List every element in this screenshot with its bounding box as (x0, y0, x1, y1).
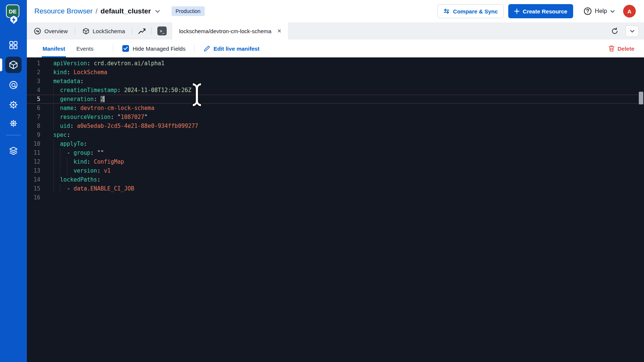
line-number: 14 (29, 175, 40, 184)
tab-lockschema[interactable]: LockSchema (75, 22, 132, 40)
cube-icon (82, 28, 89, 35)
code-line[interactable]: 11 - group: "" (27, 148, 644, 157)
code-line[interactable]: 8 uid: a0e5edab-2cd5-4e21-88e0-934ffb099… (27, 122, 644, 130)
environment-badge: Production (172, 6, 205, 16)
tab-overview[interactable]: Overview (27, 22, 75, 40)
line-number: 11 (29, 148, 40, 157)
tab-manifest[interactable]: Manifest (42, 40, 66, 57)
create-resource-label: Create Resource (523, 8, 567, 15)
pencil-icon (204, 45, 210, 52)
toolbar-divider (194, 44, 195, 53)
active-tab-label: lockschema/devtron-cm-lock-schema (179, 28, 271, 34)
line-number: 13 (29, 166, 40, 175)
editor-scrollbar-thumb[interactable] (639, 92, 643, 104)
code-line[interactable]: 16 (27, 193, 644, 202)
code-line[interactable]: 12 kind: ConfigMap (27, 157, 644, 166)
help-menu[interactable]: Help (584, 7, 615, 15)
line-number: 7 (29, 113, 40, 122)
helm-wheel-icon[interactable] (9, 100, 18, 110)
chevron-down-icon (630, 29, 635, 33)
devtron-bolt-icon (9, 15, 19, 25)
toolbar-divider (113, 44, 113, 53)
edit-live-manifest-label: Edit live manifest (213, 45, 259, 52)
code-line[interactable]: 9spec: (27, 130, 644, 139)
close-icon[interactable]: × (277, 28, 282, 34)
help-circle-icon (584, 7, 592, 15)
code-line[interactable]: 15 - data.ENABLE_CI_JOB (27, 184, 644, 193)
line-number: 4 (29, 86, 40, 95)
compare-sync-button[interactable]: Compare & Sync (437, 4, 504, 18)
sidebar: DE (0, 0, 27, 362)
line-number: 2 (29, 68, 40, 77)
code-line[interactable]: 1apiVersion: crd.devtron.ai/alpha1 (27, 59, 644, 68)
code-line[interactable]: 3metadata: (27, 77, 644, 86)
create-resource-button[interactable]: Create Resource (508, 4, 573, 18)
tab-events[interactable]: Events (76, 40, 94, 57)
delete-button[interactable]: Delete (609, 40, 634, 57)
compare-sync-label: Compare & Sync (453, 8, 498, 15)
tab-terminal[interactable]: >_ (152, 22, 172, 40)
line-number: 16 (29, 193, 40, 202)
code-line[interactable]: 6 name: devtron-cm-lock-schema (27, 104, 644, 113)
sidebar-item-resource-browser[interactable] (5, 57, 22, 73)
tab-monitoring[interactable] (132, 22, 151, 40)
line-number: 8 (29, 122, 40, 130)
active-nav-indicator (0, 59, 2, 71)
line-number: 9 (29, 130, 40, 139)
chevron-down-icon (610, 10, 615, 13)
chart-icon (138, 28, 146, 34)
checkbox-checked-icon (122, 45, 129, 52)
code-line[interactable]: 13 version: v1 (27, 166, 644, 175)
sidebar-divider (6, 135, 21, 135)
target-icon[interactable] (9, 80, 18, 90)
code-line[interactable]: 4 creationTimestamp: 2024-11-08T12:50:26… (27, 86, 644, 95)
gear-icon[interactable] (9, 119, 18, 128)
compare-sync-icon (443, 9, 450, 14)
tab-overview-label: Overview (44, 28, 68, 34)
overview-icon (34, 28, 41, 35)
trash-icon (609, 45, 615, 52)
hide-managed-fields-toggle[interactable]: Hide Managed Fields (122, 40, 186, 57)
page-header: Resource Browser / default_cluster Produ… (27, 0, 644, 22)
breadcrumb-cluster-name[interactable]: default_cluster (101, 7, 151, 15)
cube-icon (9, 60, 18, 70)
text-caret (104, 96, 104, 102)
terminal-icon: >_ (157, 26, 167, 35)
line-number: 6 (29, 104, 40, 113)
delete-label: Delete (618, 45, 634, 52)
help-label: Help (595, 8, 607, 15)
line-number: 15 (29, 184, 40, 193)
plus-icon (514, 9, 519, 14)
manifest-toolbar: Manifest Events Hide Managed Fields Edit… (27, 40, 644, 57)
avatar[interactable]: A (623, 5, 636, 18)
breadcrumb-separator: / (95, 7, 97, 15)
line-number: 5 (29, 95, 40, 104)
hide-managed-fields-label: Hide Managed Fields (133, 45, 186, 52)
chevron-down-icon[interactable] (155, 9, 160, 13)
manifest-editor[interactable]: 1apiVersion: crd.devtron.ai/alpha12kind:… (27, 57, 644, 362)
code-line[interactable]: 2kind: LockSchema (27, 68, 644, 77)
app-window: DE (0, 0, 644, 362)
resource-tab-bar: Overview LockSchema >_ lockschema/devtro… (27, 22, 644, 40)
stack-icon[interactable] (9, 146, 18, 155)
code-line[interactable]: 7 resourceVersion: "1087027" (27, 113, 644, 122)
tab-lockschema-label: LockSchema (93, 28, 125, 34)
tab-active-resource[interactable]: lockschema/devtron-cm-lock-schema × (172, 22, 288, 40)
line-number: 12 (29, 157, 40, 166)
line-number: 1 (29, 59, 40, 68)
apps-grid-icon[interactable] (9, 40, 18, 50)
code-editor-lines: 1apiVersion: crd.devtron.ai/alpha12kind:… (27, 59, 644, 202)
code-line[interactable]: 10 applyTo: (27, 139, 644, 148)
tab-list-dropdown-button[interactable] (625, 25, 639, 37)
refresh-icon[interactable] (611, 27, 619, 35)
breadcrumb-resource-browser[interactable]: Resource Browser (34, 7, 92, 15)
line-number: 10 (29, 139, 40, 148)
code-line[interactable]: 14 lockedPaths: (27, 175, 644, 184)
code-line[interactable]: 5 generation: 2 (27, 95, 644, 104)
edit-live-manifest-button[interactable]: Edit live manifest (204, 40, 259, 57)
line-number: 3 (29, 77, 40, 86)
